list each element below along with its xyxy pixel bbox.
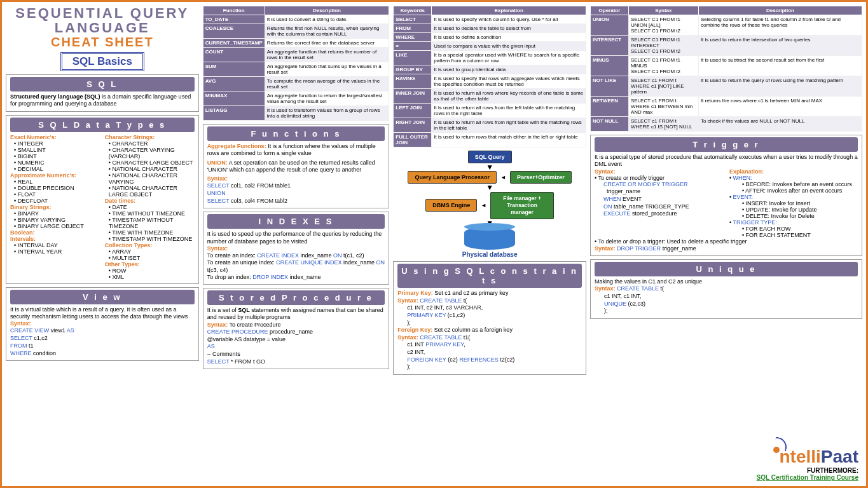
table-row: MIN/MAX xyxy=(203,92,265,106)
logo-icon xyxy=(773,447,780,453)
dt-coll-h: Collection Types: xyxy=(105,242,195,248)
table-row: INNER JOIN xyxy=(394,89,432,104)
flow-parser: Parser+Optimizer xyxy=(510,171,572,184)
table-row: WHERE xyxy=(394,33,432,42)
functions-code: SELECT col1, col2 FROM table1 UNION SELE… xyxy=(207,182,385,205)
section-functions: F u n c t i o n s Aggregate Functions: I… xyxy=(203,124,390,208)
table-row: NOT NULL xyxy=(590,117,628,132)
section-view: V i e w It is a virtual table which is a… xyxy=(6,287,199,362)
functions-table: FunctionDescription TO_DATEIt is used to… xyxy=(203,6,390,121)
furthermore-label: FURTHERMORE: xyxy=(807,467,858,474)
section-header: S Q L xyxy=(10,77,195,92)
title-line-1: SEQUENTIAL QUERY xyxy=(6,6,199,20)
dt-other-h: Other Types: xyxy=(105,261,195,268)
trigger-code: CREATE OR MODIFY TRIGGER trigger_name WH… xyxy=(595,181,723,218)
th-desc: Description xyxy=(265,6,389,15)
sproc-code: CREATE PROCEDURE procedure_name @variabl… xyxy=(207,329,385,365)
section-header: V i e w xyxy=(10,290,195,304)
intellipaat-logo: ntelliPaat xyxy=(757,447,858,467)
dt-approx-h: Approximate Numeric's: xyxy=(10,172,100,179)
title-block: SEQUENTIAL QUERY LANGUAGE CHEAT SHEET SQ… xyxy=(6,6,199,71)
table-row: SUM xyxy=(203,62,265,77)
flow-filemgr: File manager + Transaction manager xyxy=(490,192,554,219)
table-row: AVG xyxy=(203,77,265,92)
table-row: RIGHT JOIN xyxy=(394,118,432,133)
table-row: LISTAGG xyxy=(203,106,265,121)
table-row: LEFT JOIN xyxy=(394,104,432,118)
flow-sql-query: SQL Query xyxy=(468,151,512,163)
table-row: COUNT xyxy=(203,48,265,62)
badge-sql-basics: SQL Basics xyxy=(60,52,144,71)
section-constraints: U s i n g S Q L c o n s t r a i n t s Pr… xyxy=(393,261,586,375)
section-indexes: I N D E X E S It is used to speed up the… xyxy=(203,212,390,285)
dt-date-h: Date times: xyxy=(105,198,195,204)
title-line-2: LANGUAGE xyxy=(6,20,199,35)
view-body: It is a virtual table which is a result … xyxy=(10,306,195,321)
flow-cylinder-icon xyxy=(464,227,515,250)
section-header: I N D E X E S xyxy=(207,214,385,229)
section-stored-procedure: S t o r e d P r o c e d u r e It is a se… xyxy=(203,288,390,369)
table-row: = xyxy=(394,42,432,51)
dt-interval-h: Intervals: xyxy=(10,236,100,242)
section-trigger: T r i g g e r It is a special type of st… xyxy=(590,135,862,256)
table-row: HAVING xyxy=(394,74,432,89)
table-row: COALESCE xyxy=(203,24,265,39)
section-header: U s i n g S Q L c o n s t r a i n t s xyxy=(397,264,582,288)
syntax-label: Syntax: xyxy=(207,175,385,182)
unique-body: Making the values in C1 and C2 as unique xyxy=(595,278,858,285)
flow-dbms: DBMS Engine xyxy=(425,199,477,212)
flow-physical-db: Physical database xyxy=(462,251,518,258)
constraints-pk-code: Syntax: CREATE TABLE t( c1 INT, c2 INT, … xyxy=(397,297,582,327)
table-row: SELECT xyxy=(394,15,432,24)
table-row: UNION xyxy=(590,15,628,36)
table-row: BETWEEN xyxy=(590,97,628,117)
dt-bool-h: Boolean: xyxy=(10,229,100,236)
training-link[interactable]: SQL Certification Training Course xyxy=(757,474,858,481)
table-row: FULL OUTER JOIN xyxy=(394,133,432,147)
section-header: F u n c t i o n s xyxy=(207,126,385,141)
table-row: GROUP BY xyxy=(394,65,432,74)
footer-logo-area: ntelliPaat FURTHERMORE: SQL Certificatio… xyxy=(757,447,858,481)
table-row: NOT LIKE xyxy=(590,76,628,97)
th-keyword: Keywords xyxy=(394,6,432,15)
indexes-body: It is used to speed up the performance o… xyxy=(207,231,385,245)
section-header: U n i q u e xyxy=(595,262,858,276)
view-code: CREATE VIEW view1 AS SELECT c1,c2 FROM t… xyxy=(10,327,195,357)
sql-flow-diagram: SQL Query ▼ Query Language Processor ◄ P… xyxy=(393,151,586,258)
table-row: INTERSECT xyxy=(590,36,628,56)
th-function: Function xyxy=(203,6,265,15)
operators-table: OperatorSyntaxDescription UNIONSELECT C1… xyxy=(590,6,862,132)
th-desc: Description xyxy=(698,6,862,15)
syntax-label: Syntax: xyxy=(10,320,195,327)
syntax-label: Syntax: xyxy=(207,245,385,252)
trigger-body: It is a special type of stored procedure… xyxy=(595,154,858,168)
section-header: S Q L D a t a T y p e s xyxy=(10,118,195,132)
section-datatypes: S Q L D a t a T y p e s Exact Numeric's:… xyxy=(6,115,199,284)
title-line-3: CHEAT SHEET xyxy=(6,35,199,50)
table-row: TO_DATE xyxy=(203,15,265,24)
flow-qlp: Query Language Processor xyxy=(408,171,497,184)
th-syntax: Syntax xyxy=(628,6,698,15)
unique-code: Syntax: CREATE TABLE t( c1 INT, c1 INT, … xyxy=(595,285,858,315)
section-header: S t o r e d P r o c e d u r e xyxy=(207,290,385,305)
section-header: T r i g g e r xyxy=(595,137,858,152)
dt-exact-list: INTEGERSMALLINTBIGINTNUMERICDECIMAL xyxy=(10,140,100,172)
th-explanation: Explanation xyxy=(432,6,586,15)
table-row: FROM xyxy=(394,24,432,33)
table-row: LIKE xyxy=(394,51,432,65)
th-operator: Operator xyxy=(590,6,628,15)
table-row: CURRENT_TIMESTAMP xyxy=(203,39,265,48)
dt-char-h: Character Strings: xyxy=(105,134,195,140)
keywords-table: KeywordsExplanation SELECTIt is used to … xyxy=(393,6,586,147)
dt-exact-h: Exact Numeric's: xyxy=(10,134,100,140)
section-sql: S Q L Structured query language (SQL) is… xyxy=(6,74,199,112)
table-row: MINUS xyxy=(590,56,628,76)
dt-binary-h: Binary Strings: xyxy=(10,204,100,210)
section-unique: U n i q u e Making the values in C1 and … xyxy=(590,259,862,319)
constraints-fk-code: Syntax: CREATE TABLE t1( c1 INT PRIMARY … xyxy=(397,334,582,371)
